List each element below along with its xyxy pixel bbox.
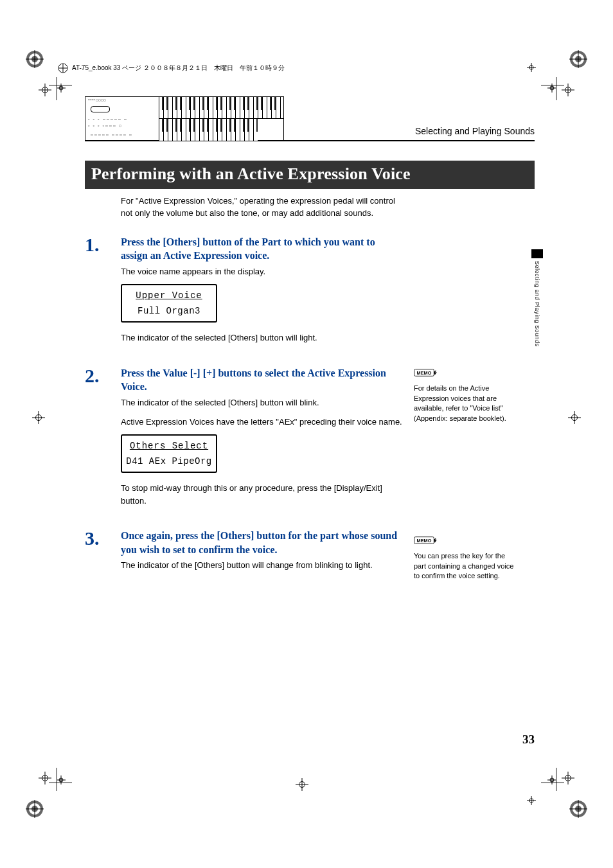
step-text: To stop mid-way through this or any proc… (121, 482, 404, 507)
svg-text:MEMO: MEMO (417, 370, 432, 376)
target-mark-icon (26, 800, 44, 818)
memo-icon: MEMO (414, 535, 440, 549)
side-tab: Selecting and Playing Sounds (531, 249, 543, 343)
step-number: 1. (85, 235, 121, 254)
registration-mark-icon (562, 84, 574, 96)
target-mark-icon (569, 800, 587, 818)
page-number: 33 (85, 732, 535, 747)
intro-text: For "Active Expression Voices," operatin… (121, 195, 404, 220)
book-header-text: AT-75_e.book 33 ページ ２００８年８月２１日 木曜日 午前１０時… (72, 64, 285, 73)
registration-mark-icon (32, 411, 45, 424)
lcd-display: Others Select D41 AEx PipeOrg (121, 434, 217, 473)
step-text: Active Expression Voices have the letter… (121, 416, 404, 429)
registration-mark-icon (39, 84, 51, 96)
lcd-line-2: D41 AEx PipeOrg (126, 456, 212, 466)
step-text: The indicator of the [Others] button wil… (121, 559, 404, 572)
step-number: 3. (85, 529, 121, 548)
side-tab-marker (531, 249, 543, 258)
step-text: The voice name appears in the display. (121, 265, 404, 278)
lcd-display: Upper Voice Full Organ3 (121, 284, 217, 323)
registration-mark-icon (568, 411, 581, 424)
registration-mark-icon (296, 778, 308, 791)
memo-note: MEMO You can press the key for the part … (414, 535, 517, 581)
lcd-line-1: Upper Voice (126, 290, 212, 301)
step-title: Once again, press the [Others] button fo… (121, 529, 404, 556)
target-mark-icon (26, 50, 44, 68)
memo-text: You can press the key for the part conta… (414, 551, 517, 581)
step-title: Press the [Others] button of the Part to… (121, 235, 404, 263)
svg-text:MEMO: MEMO (417, 538, 432, 544)
target-mark-icon (569, 50, 587, 68)
step-1: 1. Press the [Others] button of the Part… (85, 235, 535, 351)
memo-icon: MEMO (414, 367, 440, 381)
lcd-line-1: Others Select (126, 441, 212, 451)
side-tab-label: Selecting and Playing Sounds (531, 261, 540, 347)
registration-mark-icon (527, 63, 536, 72)
step-title: Press the Value [-] [+] buttons to selec… (121, 366, 404, 394)
section-title: Performing with an Active Expression Voi… (85, 161, 535, 189)
lcd-line-2: Full Organ3 (126, 306, 212, 316)
registration-mark-icon (527, 796, 536, 805)
book-header-meta: AT-75_e.book 33 ページ ２００８年８月２１日 木曜日 午前１０時… (58, 63, 285, 73)
step-text: The indicator of the selected [Others] b… (121, 332, 404, 344)
memo-note: MEMO For details on the Active Expressio… (414, 367, 517, 423)
step-text: The indicator of the selected [Others] b… (121, 396, 404, 409)
memo-text: For details on the Active Expression voi… (414, 384, 517, 423)
book-icon (58, 63, 68, 73)
step-number: 2. (85, 366, 121, 385)
keyboard-diagram: ▪▪▪▪▪▪▪▪ ▢▢▢▢ ○ ○ ○ ▭▭▭▭▭ ▭ ○ ○ ○ ○▭▭▭ ▢… (85, 96, 284, 141)
